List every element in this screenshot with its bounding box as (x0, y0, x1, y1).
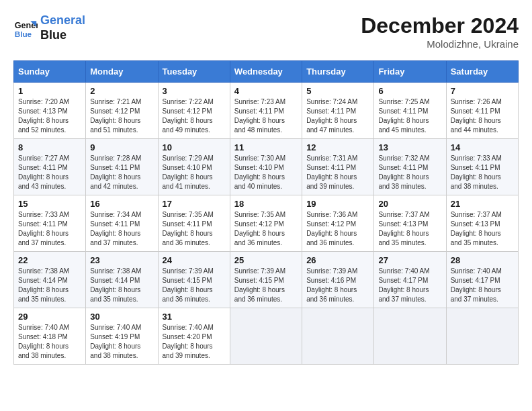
day-info: Sunrise: 7:39 AMSunset: 4:16 PMDaylight:… (306, 267, 369, 304)
week-row-1: 1Sunrise: 7:20 AMSunset: 4:13 PMDaylight… (14, 83, 519, 139)
day-number: 23 (90, 255, 153, 265)
weekday-row: SundayMondayTuesdayWednesdayThursdayFrid… (14, 61, 519, 83)
day-cell: 2Sunrise: 7:21 AMSunset: 4:12 PMDaylight… (86, 83, 158, 139)
logo: General Blue General Blue (13, 13, 85, 42)
day-info: Sunrise: 7:40 AMSunset: 4:20 PMDaylight:… (163, 323, 226, 361)
day-cell: 21Sunrise: 7:37 AMSunset: 4:13 PMDayligh… (446, 195, 518, 252)
weekday-wednesday: Wednesday (230, 61, 302, 83)
day-cell: 19Sunrise: 7:36 AMSunset: 4:12 PMDayligh… (302, 195, 374, 252)
weekday-monday: Monday (86, 61, 158, 83)
day-number: 25 (234, 255, 298, 265)
location: Molodizhne, Ukraine (361, 38, 519, 50)
day-cell (302, 308, 374, 365)
day-number: 18 (234, 199, 298, 209)
day-info: Sunrise: 7:33 AMSunset: 4:11 PMDaylight:… (451, 154, 514, 191)
day-info: Sunrise: 7:35 AMSunset: 4:11 PMDaylight:… (163, 210, 226, 248)
day-info: Sunrise: 7:38 AMSunset: 4:14 PMDaylight:… (18, 267, 81, 304)
day-cell: 10Sunrise: 7:29 AMSunset: 4:10 PMDayligh… (158, 139, 230, 195)
week-row-3: 15Sunrise: 7:33 AMSunset: 4:11 PMDayligh… (14, 195, 519, 252)
day-info: Sunrise: 7:28 AMSunset: 4:11 PMDaylight:… (90, 154, 153, 191)
day-number: 8 (18, 142, 81, 152)
day-cell (230, 308, 302, 365)
day-number: 26 (306, 255, 369, 265)
day-info: Sunrise: 7:21 AMSunset: 4:12 PMDaylight:… (90, 97, 153, 135)
day-cell: 8Sunrise: 7:27 AMSunset: 4:11 PMDaylight… (14, 139, 86, 195)
day-number: 24 (163, 255, 226, 265)
day-number: 11 (234, 142, 298, 152)
day-number: 7 (451, 86, 514, 96)
week-row-4: 22Sunrise: 7:38 AMSunset: 4:14 PMDayligh… (14, 252, 519, 308)
day-cell: 12Sunrise: 7:31 AMSunset: 4:11 PMDayligh… (302, 139, 374, 195)
day-info: Sunrise: 7:26 AMSunset: 4:11 PMDaylight:… (451, 97, 514, 135)
day-cell: 18Sunrise: 7:35 AMSunset: 4:12 PMDayligh… (230, 195, 302, 252)
day-cell: 4Sunrise: 7:23 AMSunset: 4:11 PMDaylight… (230, 83, 302, 139)
day-cell: 11Sunrise: 7:30 AMSunset: 4:10 PMDayligh… (230, 139, 302, 195)
day-number: 30 (90, 312, 153, 322)
day-info: Sunrise: 7:22 AMSunset: 4:12 PMDaylight:… (163, 97, 226, 135)
day-info: Sunrise: 7:39 AMSunset: 4:15 PMDaylight:… (163, 267, 226, 304)
day-cell: 27Sunrise: 7:40 AMSunset: 4:17 PMDayligh… (374, 252, 446, 308)
day-info: Sunrise: 7:38 AMSunset: 4:14 PMDaylight:… (90, 267, 153, 304)
day-number: 20 (378, 199, 441, 209)
day-number: 29 (18, 312, 81, 322)
day-info: Sunrise: 7:34 AMSunset: 4:11 PMDaylight:… (90, 210, 153, 248)
svg-text:Blue: Blue (15, 29, 32, 38)
day-cell: 29Sunrise: 7:40 AMSunset: 4:18 PMDayligh… (14, 308, 86, 365)
day-cell (374, 308, 446, 365)
day-number: 6 (378, 86, 441, 96)
logo-text-line1: General (40, 13, 85, 28)
day-info: Sunrise: 7:29 AMSunset: 4:10 PMDaylight:… (163, 154, 226, 191)
day-number: 3 (163, 86, 226, 96)
day-info: Sunrise: 7:40 AMSunset: 4:17 PMDaylight:… (378, 267, 441, 304)
day-info: Sunrise: 7:30 AMSunset: 4:10 PMDaylight:… (234, 154, 298, 191)
day-info: Sunrise: 7:33 AMSunset: 4:11 PMDaylight:… (18, 210, 81, 248)
day-number: 22 (18, 255, 81, 265)
weekday-thursday: Thursday (302, 61, 374, 83)
day-cell: 6Sunrise: 7:25 AMSunset: 4:11 PMDaylight… (374, 83, 446, 139)
calendar-body: 1Sunrise: 7:20 AMSunset: 4:13 PMDaylight… (14, 83, 519, 365)
day-info: Sunrise: 7:40 AMSunset: 4:18 PMDaylight:… (18, 323, 81, 361)
day-info: Sunrise: 7:39 AMSunset: 4:15 PMDaylight:… (234, 267, 298, 304)
day-cell: 5Sunrise: 7:24 AMSunset: 4:11 PMDaylight… (302, 83, 374, 139)
day-cell: 14Sunrise: 7:33 AMSunset: 4:11 PMDayligh… (446, 139, 518, 195)
day-info: Sunrise: 7:36 AMSunset: 4:12 PMDaylight:… (306, 210, 369, 248)
day-cell: 25Sunrise: 7:39 AMSunset: 4:15 PMDayligh… (230, 252, 302, 308)
logo-icon: General Blue (13, 16, 38, 40)
day-number: 12 (306, 142, 369, 152)
day-number: 2 (90, 86, 153, 96)
day-number: 13 (378, 142, 441, 152)
page-header: General Blue General Blue December 2024 … (13, 13, 519, 50)
month-title: December 2024 (361, 13, 519, 38)
weekday-sunday: Sunday (14, 61, 86, 83)
week-row-5: 29Sunrise: 7:40 AMSunset: 4:18 PMDayligh… (14, 308, 519, 365)
day-cell: 9Sunrise: 7:28 AMSunset: 4:11 PMDaylight… (86, 139, 158, 195)
day-cell: 1Sunrise: 7:20 AMSunset: 4:13 PMDaylight… (14, 83, 86, 139)
day-number: 21 (451, 199, 514, 209)
day-cell: 22Sunrise: 7:38 AMSunset: 4:14 PMDayligh… (14, 252, 86, 308)
day-cell: 17Sunrise: 7:35 AMSunset: 4:11 PMDayligh… (158, 195, 230, 252)
day-info: Sunrise: 7:24 AMSunset: 4:11 PMDaylight:… (306, 97, 369, 135)
day-info: Sunrise: 7:35 AMSunset: 4:12 PMDaylight:… (234, 210, 298, 248)
day-info: Sunrise: 7:20 AMSunset: 4:13 PMDaylight:… (18, 97, 81, 135)
day-info: Sunrise: 7:32 AMSunset: 4:11 PMDaylight:… (378, 154, 441, 191)
day-cell: 20Sunrise: 7:37 AMSunset: 4:13 PMDayligh… (374, 195, 446, 252)
day-cell: 23Sunrise: 7:38 AMSunset: 4:14 PMDayligh… (86, 252, 158, 308)
day-number: 4 (234, 86, 298, 96)
day-number: 1 (18, 86, 81, 96)
day-number: 17 (163, 199, 226, 209)
day-info: Sunrise: 7:40 AMSunset: 4:19 PMDaylight:… (90, 323, 153, 361)
day-info: Sunrise: 7:25 AMSunset: 4:11 PMDaylight:… (378, 97, 441, 135)
weekday-saturday: Saturday (446, 61, 518, 83)
day-cell: 28Sunrise: 7:40 AMSunset: 4:17 PMDayligh… (446, 252, 518, 308)
day-number: 31 (163, 312, 226, 322)
weekday-friday: Friday (374, 61, 446, 83)
calendar-table: SundayMondayTuesdayWednesdayThursdayFrid… (13, 60, 519, 365)
day-cell: 26Sunrise: 7:39 AMSunset: 4:16 PMDayligh… (302, 252, 374, 308)
day-cell: 31Sunrise: 7:40 AMSunset: 4:20 PMDayligh… (158, 308, 230, 365)
day-number: 28 (451, 255, 514, 265)
day-cell: 16Sunrise: 7:34 AMSunset: 4:11 PMDayligh… (86, 195, 158, 252)
day-number: 27 (378, 255, 441, 265)
week-row-2: 8Sunrise: 7:27 AMSunset: 4:11 PMDaylight… (14, 139, 519, 195)
day-number: 16 (90, 199, 153, 209)
day-cell: 13Sunrise: 7:32 AMSunset: 4:11 PMDayligh… (374, 139, 446, 195)
